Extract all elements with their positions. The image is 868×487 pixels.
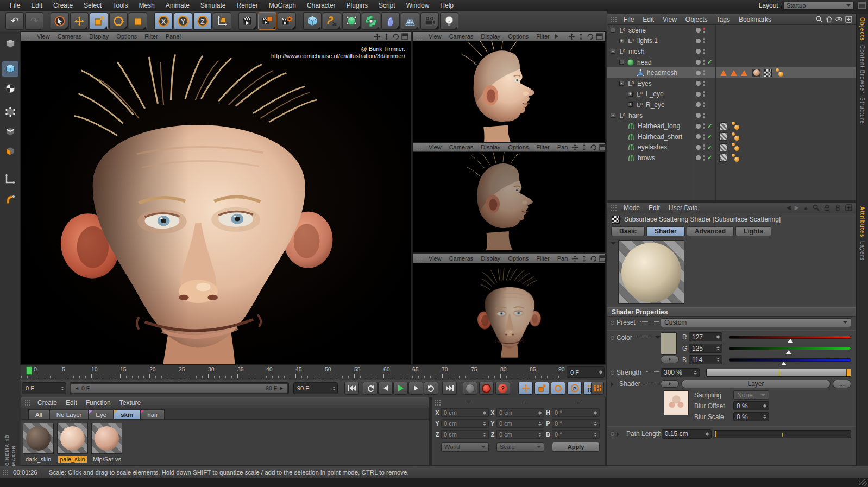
- visibility-dot[interactable]: [696, 145, 701, 150]
- spinner[interactable]: [690, 369, 699, 376]
- viewport-menu-pan[interactable]: Pan: [553, 144, 572, 150]
- viewport-menu-options[interactable]: Options: [504, 33, 532, 40]
- material-thumbnail[interactable]: [91, 423, 122, 454]
- viewport-menu-cameras[interactable]: Cameras: [445, 255, 477, 262]
- expand-toggle[interactable]: +: [628, 92, 633, 97]
- tree-row-eyes[interactable]: - 0 Eyes: [607, 78, 856, 89]
- layout-dropdown[interactable]: Startup: [783, 2, 854, 10]
- texture-mode-button[interactable]: [2, 80, 19, 97]
- material-mip-sat[interactable]: Mip/Sat-vs: [91, 423, 122, 464]
- autokey-record-button[interactable]: [479, 382, 494, 395]
- expand-toggle[interactable]: +: [628, 102, 633, 107]
- visibility-dot[interactable]: [696, 49, 701, 54]
- strength-slider[interactable]: [706, 369, 851, 377]
- layout-panel-icon[interactable]: [858, 2, 866, 9]
- collapse-toggle[interactable]: -: [619, 60, 624, 65]
- add-subdivision-surface-button[interactable]: [342, 12, 361, 30]
- collapse-preview-icon[interactable]: [611, 242, 616, 248]
- polygon-mode-button[interactable]: [2, 143, 19, 160]
- visibility-dot[interactable]: [696, 113, 701, 118]
- tab-structure[interactable]: Structure: [859, 97, 865, 124]
- tree-row-hairhead-long[interactable]: Hairhead_long ✓: [607, 121, 856, 131]
- size-y-field[interactable]: 0 cm: [496, 419, 544, 428]
- add-camera-button[interactable]: [420, 12, 439, 30]
- visibility-dot[interactable]: [696, 81, 701, 86]
- shader-preview[interactable]: [618, 240, 684, 304]
- viewport-menu-options[interactable]: Options: [112, 33, 141, 40]
- rotate-view-icon[interactable]: [587, 33, 594, 40]
- tree-row-lights[interactable]: + 0 lights.1: [607, 36, 856, 47]
- collapse-toggle[interactable]: -: [611, 28, 615, 33]
- enabled-check-icon[interactable]: ✓: [707, 123, 714, 130]
- menu-render[interactable]: Render: [231, 2, 263, 9]
- viewport-canvas[interactable]: [413, 41, 605, 142]
- size-z-field[interactable]: 0 cm: [496, 430, 544, 439]
- add-panel-icon[interactable]: [845, 16, 852, 23]
- visibility-dot[interactable]: [696, 28, 701, 33]
- shader-pill[interactable]: [661, 380, 679, 388]
- b-value-field[interactable]: 114: [689, 355, 722, 364]
- size-x-field[interactable]: 0 cm: [496, 408, 544, 417]
- tree-row-headmesh[interactable]: headmesh: [607, 67, 856, 78]
- menu-tools[interactable]: Tools: [107, 2, 133, 9]
- spinner[interactable]: [702, 431, 710, 438]
- key-parameter-button[interactable]: P: [567, 382, 582, 395]
- key-scale-button[interactable]: [534, 382, 549, 395]
- spinner[interactable]: [760, 402, 768, 409]
- collapse-toggle[interactable]: -: [611, 49, 615, 54]
- panel-grip[interactable]: [24, 400, 31, 406]
- om-menu-bookmarks[interactable]: Bookmarks: [734, 16, 776, 23]
- spinner[interactable]: [590, 420, 599, 427]
- scale-tool[interactable]: [90, 12, 108, 30]
- timeline-mode-button[interactable]: [591, 382, 604, 395]
- coordinate-space-dropdown[interactable]: World: [441, 442, 489, 452]
- viewport-menu-view[interactable]: View: [33, 33, 54, 40]
- keyframe-dot[interactable]: [611, 321, 614, 325]
- zoom-view-icon[interactable]: [581, 144, 588, 151]
- apply-button[interactable]: Apply: [552, 442, 600, 452]
- shader-expand-icon[interactable]: [611, 382, 616, 387]
- visibility-dot[interactable]: [696, 92, 701, 97]
- undo-button[interactable]: ↶: [5, 12, 24, 30]
- layer-tab-eye[interactable]: Eye: [89, 409, 114, 419]
- rotation-p-field[interactable]: 0 °: [552, 419, 600, 428]
- size-mode-dropdown[interactable]: Scale: [496, 442, 544, 452]
- layer-tab-skin[interactable]: skin: [114, 409, 140, 419]
- path-length-field[interactable]: 0.15 cm: [662, 429, 712, 439]
- x-axis-lock-button[interactable]: X: [154, 12, 173, 30]
- coordinate-system-button[interactable]: [213, 12, 231, 30]
- history-back-icon[interactable]: ◀: [786, 204, 790, 211]
- viewport-canvas[interactable]: @ Bunk Timmer. http://www.comichouse.nl/…: [21, 41, 411, 364]
- rotate-view-icon[interactable]: [590, 255, 597, 262]
- panel-grip[interactable]: [611, 205, 617, 211]
- expand-toggle[interactable]: +: [619, 39, 624, 43]
- strength-field[interactable]: 300 %: [661, 368, 700, 377]
- record-disabled-button[interactable]: [463, 382, 477, 395]
- panel-grip[interactable]: [416, 144, 423, 150]
- viewport-menu-options[interactable]: Options: [504, 144, 532, 150]
- viewport-menu-cameras[interactable]: Cameras: [54, 33, 86, 40]
- om-menu-tags[interactable]: Tags: [712, 16, 734, 23]
- edge-mode-button[interactable]: [2, 124, 19, 140]
- om-menu-view[interactable]: View: [658, 16, 681, 23]
- polygon-selection-tag[interactable]: [741, 70, 747, 76]
- hair-tag[interactable]: [731, 132, 740, 141]
- hair-material-tag[interactable]: [719, 154, 727, 162]
- visibility-dot[interactable]: [696, 60, 701, 65]
- rotation-h-field[interactable]: 0 °: [552, 408, 600, 417]
- polygon-selection-tag[interactable]: [731, 70, 737, 76]
- tree-row-hairhead-short[interactable]: Hairhead_short ✓: [607, 131, 856, 142]
- color-expand-icon[interactable]: [655, 336, 661, 341]
- hair-tag[interactable]: [731, 122, 740, 130]
- goto-end-button[interactable]: [442, 382, 457, 395]
- viewport-menu-cameras[interactable]: Cameras: [445, 144, 477, 150]
- position-y-field[interactable]: 0 cm: [441, 419, 489, 428]
- path-length-slider[interactable]: [714, 430, 851, 438]
- tree-row-l-eye[interactable]: + 0 L_eye: [607, 89, 856, 100]
- snap-button[interactable]: [2, 191, 19, 207]
- add-spline-button[interactable]: [323, 12, 341, 30]
- next-frame-button[interactable]: [408, 382, 423, 395]
- tab-objects[interactable]: Objects: [859, 17, 865, 41]
- phong-tag[interactable]: [775, 68, 784, 77]
- shader-layer-button[interactable]: Layer: [681, 380, 831, 388]
